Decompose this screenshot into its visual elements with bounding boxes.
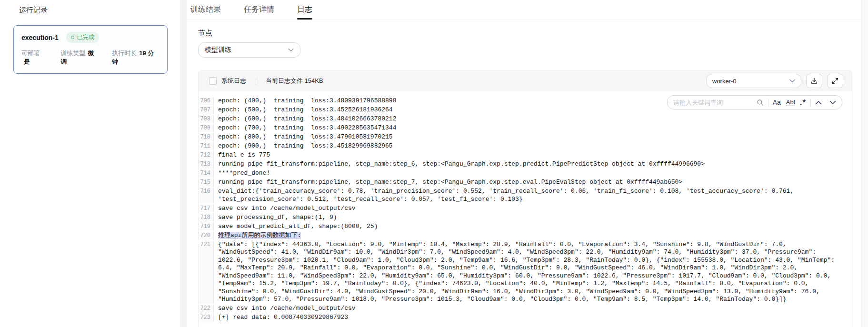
- log-tab-content: 节点 模型训练 系统日志 当前日志文件 154KB worker-0: [187, 20, 861, 327]
- status-badge: 已完成: [66, 32, 99, 43]
- training-type-label: 训练类型: [60, 50, 85, 57]
- log-line-text: [+] read data: 0.008740330929867923: [214, 314, 852, 322]
- log-line: 723 [+] read data: 0.008740330929867923: [199, 314, 852, 322]
- find-next-button[interactable]: [829, 100, 836, 105]
- log-line-text: eval_dict:{'train_accuracy_score': 0.78,…: [214, 188, 852, 203]
- log-line-text: save model_predict_all_df, shape:(8000, …: [214, 223, 852, 231]
- log-line-text: epoch: (700,) training loss:3.4902285635…: [214, 124, 852, 132]
- log-line-number: 723: [199, 314, 214, 322]
- log-line-number: 718: [199, 214, 214, 222]
- training-type-field: 训练类型微调: [60, 49, 100, 66]
- match-case-button[interactable]: Aa: [773, 99, 781, 106]
- fullscreen-log-button[interactable]: [827, 74, 843, 88]
- log-line: 718 save processing_df, shape:(1, 9): [199, 214, 852, 222]
- chevron-down-icon: [829, 100, 836, 105]
- log-line-text: final e is 775: [214, 151, 852, 159]
- worker-select-value: worker-0: [712, 78, 737, 85]
- log-line: 708 epoch: (600,) training loss:3.484102…: [199, 115, 852, 123]
- chevron-up-icon: [815, 100, 822, 105]
- log-line-number: 707: [199, 106, 214, 114]
- tab-bar: 训练结果 任务详情 日志: [187, 0, 861, 20]
- download-icon: [810, 77, 818, 85]
- log-line-number: 716: [199, 188, 214, 203]
- log-lines: 706 epoch: (400,) training loss:3.480939…: [199, 97, 852, 322]
- chevron-down-icon: [288, 48, 294, 52]
- log-line-number: 714: [199, 169, 214, 178]
- log-toolbar-left: 系统日志 当前日志文件 154KB: [209, 77, 323, 85]
- log-line-text: save csv into /cache/model_output/csv: [214, 205, 852, 213]
- log-line-number: 712: [199, 151, 214, 159]
- download-log-button[interactable]: [806, 74, 822, 88]
- deployable-label: 可部署: [21, 50, 40, 57]
- log-line-number: 713: [199, 160, 214, 168]
- node-select[interactable]: 模型训练: [198, 42, 300, 58]
- log-line-text: running pipe fit_transform:pipeline, ste…: [214, 160, 852, 168]
- tab-logs[interactable]: 日志: [297, 0, 312, 20]
- execution-card[interactable]: execution-1 已完成 可部署是 训练类型微调 执行时长19 分钟: [13, 25, 168, 74]
- system-log-label: 系统日志: [221, 77, 246, 85]
- toolbar-divider: [256, 78, 256, 85]
- log-line: 720 推理api所用的示例数据如下:: [199, 232, 852, 240]
- log-line-number: 709: [199, 124, 214, 132]
- log-line-text: epoch: (800,) training loss:3.4790105819…: [214, 133, 852, 141]
- log-line-number: 722: [199, 305, 214, 313]
- log-line: 710 epoch: (800,) training loss:3.479010…: [199, 133, 852, 141]
- log-line-text: save processing_df, shape:(1, 9): [214, 214, 852, 222]
- deployable-field: 可部署是: [21, 49, 48, 66]
- whole-word-button[interactable]: Abl: [786, 99, 795, 106]
- app-root: 运行记录 execution-1 已完成 可部署是 训练类型微调 执行时长19 …: [0, 0, 868, 327]
- log-file-info: 当前日志文件 154KB: [266, 77, 323, 85]
- system-log-checkbox[interactable]: [209, 77, 217, 85]
- log-line: 715 running pipe fit_transform:pipeline,…: [199, 178, 852, 187]
- log-line-number: 717: [199, 205, 214, 213]
- search-icon[interactable]: [757, 99, 764, 106]
- log-line-text: epoch: (600,) training loss:3.4841026663…: [214, 115, 852, 123]
- execution-name: execution-1: [21, 34, 59, 41]
- duration-label: 执行时长: [112, 50, 137, 57]
- log-search-box: Aa Abl .*: [667, 95, 842, 109]
- log-line: 712 final e is 775: [199, 151, 852, 159]
- log-line: 719 save model_predict_all_df, shape:(80…: [199, 223, 852, 231]
- log-line: 711 epoch: (900,) training loss:3.451829…: [199, 142, 852, 150]
- sidebar-title: 运行记录: [19, 6, 168, 15]
- log-line: 713 running pipe fit_transform:pipeline,…: [199, 160, 852, 168]
- log-line: 722 save csv into /cache/model_output/cs…: [199, 305, 852, 313]
- tab-training-results[interactable]: 训练结果: [190, 0, 221, 20]
- chevron-down-icon: [789, 79, 795, 83]
- search-divider: [810, 99, 811, 106]
- log-line: 721 {"data": [{"index": 44363.0, "Locati…: [199, 241, 852, 304]
- log-toolbar: 系统日志 当前日志文件 154KB worker-0: [199, 70, 852, 91]
- log-line: 717 save csv into /cache/model_output/cs…: [199, 205, 852, 213]
- log-line-number: 710: [199, 133, 214, 141]
- regex-button[interactable]: .*: [800, 99, 806, 107]
- log-line-number: 715: [199, 178, 214, 187]
- log-line-number: 720: [199, 232, 214, 240]
- log-body: Aa Abl .* 706 epoch: (400,) training los…: [199, 91, 852, 327]
- search-divider: [768, 99, 768, 106]
- duration-field: 执行时长19 分钟: [112, 49, 160, 66]
- worker-select[interactable]: worker-0: [706, 74, 801, 88]
- log-line-number: 721: [199, 241, 214, 304]
- search-input[interactable]: [673, 99, 757, 106]
- run-records-sidebar: 运行记录 execution-1 已完成 可部署是 训练类型微调 执行时长19 …: [0, 0, 180, 327]
- log-line-text: save csv into /cache/model_output/csv: [214, 305, 852, 313]
- log-line-text: ****pred_done!: [214, 169, 852, 178]
- page-scrollbar[interactable]: [861, 0, 868, 327]
- log-line-number: 711: [199, 142, 214, 150]
- main-area: 训练结果 任务详情 日志 节点 模型训练 系统日志 当前日志文件 154KB: [187, 0, 861, 327]
- log-line-text: epoch: (900,) training loss:3.4518299698…: [214, 142, 852, 150]
- log-line: 709 epoch: (700,) training loss:3.490228…: [199, 124, 852, 132]
- deployable-value: 是: [24, 58, 30, 65]
- log-line: 716 eval_dict:{'train_accuracy_score': 0…: [199, 188, 852, 203]
- status-label: 已完成: [77, 33, 94, 41]
- log-line: 714 ****pred_done!: [199, 169, 852, 178]
- log-line-number: 706: [199, 97, 214, 105]
- log-line-number: 708: [199, 115, 214, 123]
- node-label: 节点: [198, 29, 852, 38]
- execution-meta: 可部署是 训练类型微调 执行时长19 分钟: [21, 49, 160, 66]
- log-toolbar-right: worker-0: [706, 74, 843, 88]
- find-previous-button[interactable]: [815, 100, 822, 105]
- node-select-value: 模型训练: [205, 46, 231, 54]
- tab-task-details[interactable]: 任务详情: [244, 0, 274, 20]
- expand-icon: [831, 77, 839, 85]
